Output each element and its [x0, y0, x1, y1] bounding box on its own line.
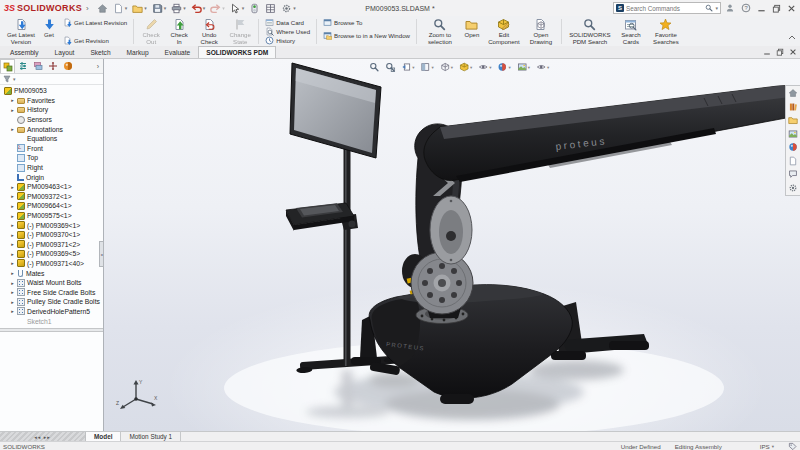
- units-value[interactable]: IPS: [760, 443, 770, 450]
- search-caret-icon[interactable]: ▾: [715, 5, 718, 11]
- tree-item-pattern[interactable]: ▸Pulley Side Cradle Bolts: [2, 297, 103, 307]
- model-tab[interactable]: Model: [86, 432, 121, 441]
- search-input[interactable]: [626, 5, 703, 12]
- tab-solidworks-pdm[interactable]: SOLIDWORKS PDM: [198, 46, 276, 58]
- keyboard-tray[interactable]: [286, 203, 358, 231]
- solidworks-logo[interactable]: 3S SOLIDWORKS ›: [4, 3, 89, 13]
- pdm-search-button[interactable]: SOLIDWORKS PDM Search: [565, 17, 615, 46]
- tree-item-equations[interactable]: Equations: [2, 134, 103, 144]
- zoom-to-selection-button[interactable]: Zoom to selection: [420, 17, 460, 46]
- get-latest-version-button[interactable]: Get Latest Version: [4, 17, 38, 46]
- favorite-searches-button[interactable]: Favorite Searches: [647, 17, 685, 46]
- hide-show-items-icon[interactable]: ▾: [477, 61, 492, 73]
- tree-item-pattern[interactable]: ▸Free Side Cradle Bolts: [2, 287, 103, 297]
- zoom-to-area-icon[interactable]: [384, 61, 396, 73]
- file-explorer-icon[interactable]: [787, 114, 800, 127]
- head-side-cover[interactable]: [430, 196, 472, 264]
- featuremanager-tree-tab[interactable]: [0, 59, 15, 73]
- tree-item-top-plane[interactable]: Top: [2, 153, 103, 163]
- where-used-button[interactable]: Where Used: [262, 27, 313, 36]
- status-tag-icon[interactable]: [788, 442, 797, 450]
- new-document-icon[interactable]: ▾: [111, 2, 130, 15]
- tree-item-component[interactable]: ▸(-) PM009369<5>: [2, 249, 103, 259]
- panel-tabs-more-icon[interactable]: ›: [93, 63, 103, 70]
- select-cursor-icon[interactable]: ▾: [228, 2, 247, 15]
- solidworks-forum-icon[interactable]: [787, 168, 800, 181]
- view-orientation-icon[interactable]: ▾: [439, 61, 454, 73]
- browse-to-button[interactable]: Browse To: [320, 18, 413, 27]
- get-button[interactable]: Get: [38, 17, 60, 46]
- tree-item-component[interactable]: ▸(-) PM009370<1>: [2, 230, 103, 240]
- ribbon-collapse-icon[interactable]: [788, 26, 796, 44]
- menu-expand-arrow[interactable]: ›: [86, 4, 89, 13]
- tree-filter[interactable]: ▾: [0, 74, 103, 85]
- tree-item-sketch[interactable]: Sketch1: [2, 316, 103, 326]
- home-tab-icon[interactable]: [787, 182, 800, 195]
- tab-layout[interactable]: Layout: [47, 46, 83, 58]
- tree-item-mates[interactable]: ▸Mates: [2, 268, 103, 278]
- displaymanager-tab[interactable]: [60, 59, 75, 73]
- filter-caret-icon[interactable]: ▾: [13, 76, 16, 82]
- design-library-icon[interactable]: [787, 101, 800, 114]
- browse-to-new-window-button[interactable]: Browse to in a New Window: [320, 31, 413, 40]
- monitor[interactable]: [290, 63, 381, 158]
- motion-study-tab[interactable]: Motion Study 1: [121, 432, 181, 441]
- file-properties-icon[interactable]: [263, 2, 278, 15]
- view-settings-icon[interactable]: ▾: [535, 61, 550, 73]
- tree-item-sensors[interactable]: Sensors: [2, 115, 103, 125]
- home-icon[interactable]: [95, 2, 110, 15]
- check-in-button[interactable]: Check In: [165, 17, 193, 46]
- tree-item-component[interactable]: ▸PM009664<1>: [2, 201, 103, 211]
- close-icon[interactable]: [787, 4, 796, 13]
- tree-item-component[interactable]: ▸(-) PM009371<40>: [2, 259, 103, 269]
- arm-beam[interactable]: proteus: [424, 86, 800, 183]
- search-icon[interactable]: [705, 4, 713, 12]
- tree-item-history[interactable]: ▸History: [2, 105, 103, 115]
- tree-item-right-plane[interactable]: Right: [2, 163, 103, 173]
- restore-icon[interactable]: [772, 4, 781, 13]
- open-component-button[interactable]: Open: [460, 17, 484, 46]
- search-cards-button[interactable]: Search Cards: [615, 17, 647, 46]
- get-latest-revision-button[interactable]: Get Latest Revision: [60, 18, 130, 27]
- model-proteus-machine[interactable]: PROTEUS: [104, 59, 800, 431]
- tree-item-component[interactable]: ▸(-) PM009371<2>: [2, 240, 103, 250]
- tree-item-favorites[interactable]: ▸Favorites: [2, 96, 103, 106]
- tree-item-front-plane[interactable]: Front: [2, 144, 103, 154]
- get-revision-button[interactable]: Get Revision: [60, 36, 130, 45]
- tab-sketch[interactable]: Sketch: [82, 46, 118, 58]
- doc-minimize-icon[interactable]: [763, 48, 771, 56]
- apply-scene-icon[interactable]: ▾: [516, 61, 531, 73]
- display-style-icon[interactable]: ▾: [458, 61, 473, 73]
- tree-item-component[interactable]: ▸PM009372<1>: [2, 192, 103, 202]
- doc-restore-icon[interactable]: [776, 48, 784, 56]
- custom-properties-icon[interactable]: [787, 155, 800, 168]
- undo-check-out-button[interactable]: Undo Check Out: [193, 17, 225, 46]
- units-caret-icon[interactable]: ▾: [772, 444, 774, 449]
- history-button[interactable]: History: [262, 36, 313, 45]
- command-search[interactable]: S ▾: [613, 2, 721, 14]
- propertymanager-tab[interactable]: [15, 59, 30, 73]
- edit-component-button[interactable]: Edit Component: [484, 17, 524, 46]
- rebuild-icon[interactable]: [247, 2, 262, 15]
- tree-item-annotations[interactable]: ▸Annotations: [2, 124, 103, 134]
- edit-appearance-icon[interactable]: ▾: [497, 61, 512, 73]
- options-gear-icon[interactable]: ▾: [279, 2, 298, 15]
- doc-close-icon[interactable]: [789, 48, 797, 56]
- zoom-to-fit-icon[interactable]: [368, 61, 380, 73]
- tab-assembly[interactable]: Assembly: [2, 46, 47, 58]
- tree-item-component[interactable]: ▸PM009463<1>: [2, 182, 103, 192]
- section-view-icon[interactable]: ▾: [419, 61, 434, 73]
- open-drawing-button[interactable]: Open Drawing: [524, 17, 558, 46]
- print-icon[interactable]: ▾: [169, 2, 188, 15]
- graphics-viewport[interactable]: PROTEUS: [104, 59, 800, 431]
- undo-icon[interactable]: ▾: [189, 2, 208, 15]
- tree-root[interactable]: PM009053: [2, 86, 103, 96]
- minimize-icon[interactable]: [757, 4, 766, 13]
- configurationmanager-tab[interactable]: [30, 59, 45, 73]
- open-icon[interactable]: ▾: [130, 2, 149, 15]
- tree-item-component[interactable]: ▸PM009575<1>: [2, 211, 103, 221]
- appearances-scenes-icon[interactable]: [787, 141, 800, 154]
- view-palette-icon[interactable]: [787, 128, 800, 141]
- save-icon[interactable]: ▾: [150, 2, 169, 15]
- login-person-icon[interactable]: [725, 3, 735, 13]
